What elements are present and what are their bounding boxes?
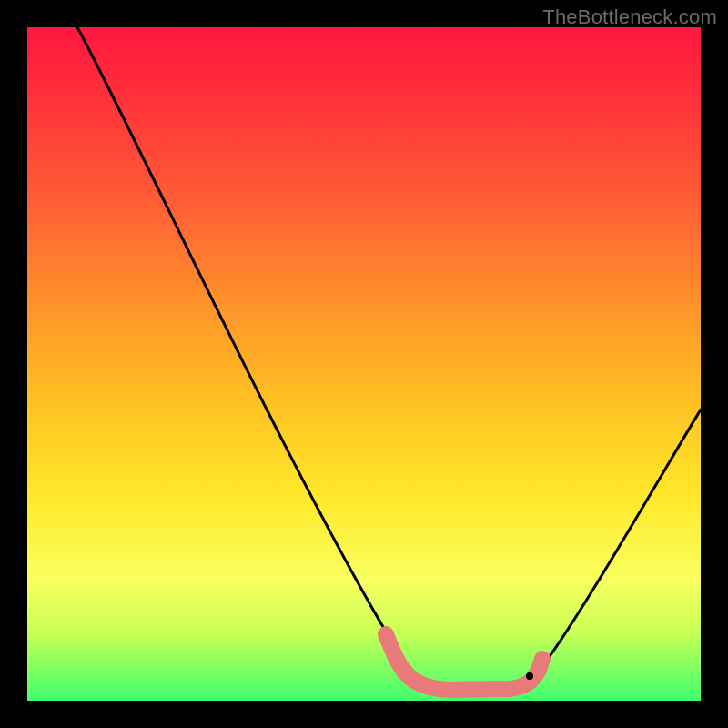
min-point-dot — [526, 672, 533, 680]
watermark-text: TheBottleneck.com — [542, 5, 717, 29]
chart-frame: TheBottleneck.com — [0, 0, 728, 728]
curve-path — [77, 27, 701, 687]
optimal-region-marker — [386, 634, 542, 690]
plot-area — [27, 27, 701, 701]
bottleneck-curve — [27, 27, 701, 701]
